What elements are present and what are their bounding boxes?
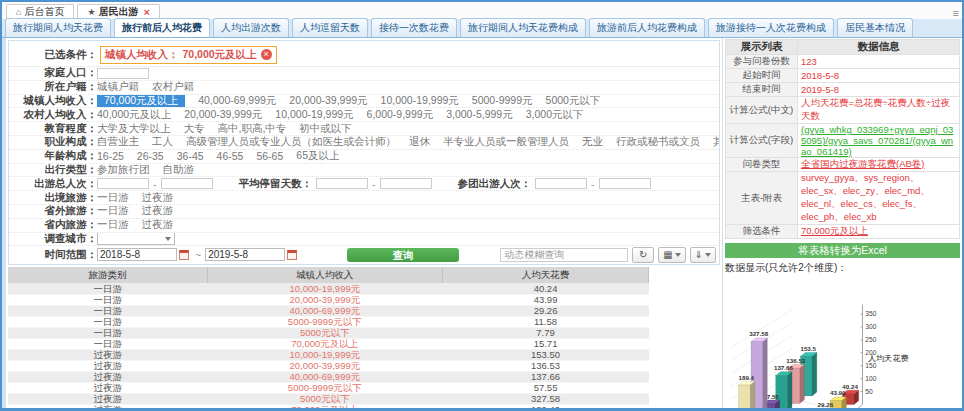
filter-option[interactable]: 16-25 xyxy=(97,150,124,162)
filter-option[interactable]: 过夜游 xyxy=(142,219,174,232)
filter-option[interactable]: 无业 xyxy=(582,136,603,149)
calendar-icon[interactable] xyxy=(179,250,189,260)
filter-option[interactable]: 56-65 xyxy=(256,150,283,162)
filter-option[interactable]: 65及以上 xyxy=(296,150,339,163)
export-button[interactable]: ⇓ xyxy=(690,247,716,263)
value-axis-tick-label: 100 xyxy=(865,375,876,382)
filter-row: 出游总人次：-平均停留天数：-参团出游人次：- xyxy=(9,177,719,191)
date-to-input[interactable] xyxy=(205,248,285,261)
family-size-input[interactable] xyxy=(97,68,149,79)
filter-option[interactable]: 6,000-9,999元 xyxy=(367,108,434,121)
filter-option[interactable]: 其他 xyxy=(713,136,719,149)
filter-option[interactable]: 26-35 xyxy=(137,150,164,162)
filter-option[interactable]: 过夜游 xyxy=(142,191,174,204)
filter-option[interactable]: 一日游 xyxy=(97,191,129,204)
filter-option[interactable]: 40,000元及以上 xyxy=(97,108,171,121)
nav-tab-0[interactable]: 旅行期间人均天花费 xyxy=(5,18,111,37)
filter-option[interactable]: 工人 xyxy=(152,136,173,149)
info-row-label: 参与问卷份数 xyxy=(726,55,798,69)
filter-option[interactable]: 退休 xyxy=(409,136,430,149)
nav-tab-1[interactable]: 旅行前后人均花费 xyxy=(114,18,210,37)
filter-option[interactable]: 46-55 xyxy=(217,150,244,162)
refresh-button[interactable]: ↻ xyxy=(632,247,654,263)
filter-option[interactable]: 城镇户籍 xyxy=(97,81,139,94)
nav-tab-2[interactable]: 人均出游次数 xyxy=(213,18,289,37)
filter-option-selected[interactable]: 70,000元及以上 xyxy=(97,95,185,108)
filter-row-label: 城镇人均收入： xyxy=(9,95,97,108)
filter-options: 大学及大学以上大专高中,职高,中专初中或以下 xyxy=(97,122,352,135)
filter-option[interactable]: 一日游 xyxy=(97,219,129,232)
table-cell: 一日游 xyxy=(8,305,207,316)
columns-button[interactable]: ▦ xyxy=(658,247,685,263)
range-max-input[interactable] xyxy=(161,178,213,189)
filter-option[interactable]: 5000-9999元 xyxy=(472,95,533,108)
table-row: 一日游40,000-69,999元29.26 xyxy=(8,305,720,316)
table-row: 过夜游10,000-19,999元153.50 xyxy=(8,349,720,360)
date-from-input[interactable] xyxy=(97,248,177,261)
query-button[interactable]: 查询 xyxy=(347,248,459,262)
filter-option[interactable]: 大专 xyxy=(184,122,205,135)
filter-option[interactable]: 3,000元以下 xyxy=(526,108,584,121)
filter-option[interactable]: 36-45 xyxy=(177,150,204,162)
remove-condition-icon[interactable]: × xyxy=(261,49,272,60)
filter-option[interactable]: 20,000-39,999元 xyxy=(184,108,262,121)
range-max-input[interactable] xyxy=(380,178,432,189)
filter-option[interactable]: 行政或秘书或文员 xyxy=(616,136,700,149)
filter-row: 所在户籍：城镇户籍农村户籍 xyxy=(9,81,719,95)
city-select[interactable] xyxy=(97,233,175,246)
filter-option[interactable]: 40,000-69,999元 xyxy=(198,95,276,108)
filter-option[interactable]: 10,000-19,999元 xyxy=(275,108,353,121)
filter-row: 教育程度：大学及大学以上大专高中,职高,中专初中或以下 xyxy=(9,122,719,136)
filter-option[interactable]: 自营业主 xyxy=(97,136,139,149)
bar-side xyxy=(787,372,792,408)
filter-option[interactable]: 自助游 xyxy=(163,164,195,177)
nav-tab-5[interactable]: 旅行期间人均天花费构成 xyxy=(460,18,586,37)
filter-option[interactable]: 3,000-5,999元 xyxy=(446,108,513,121)
condition-value: 70,000元及以上 xyxy=(183,48,257,62)
table-cell-blank xyxy=(649,349,720,360)
nav-tab-7[interactable]: 旅游接待一人次花费构成 xyxy=(708,18,834,37)
table-cell: 43.99 xyxy=(442,294,648,305)
right-panel: 展示列表 数据信息 参与问卷份数123起始时间2018-5-8结束时间2019-… xyxy=(722,38,962,408)
search-input[interactable] xyxy=(500,248,628,262)
info-row-label: 计算公式(字段) xyxy=(726,124,798,158)
filter-option[interactable]: 参加旅行团 xyxy=(97,164,150,177)
app-window: ⌂ 后台首页 ★ 居民出游 × ≡ 旅行期间人均天花费旅行前后人均花费人均出游次… xyxy=(0,0,964,411)
info-row-value: survey_gyya、sys_region、elec_sx、elec_zy、e… xyxy=(798,172,960,225)
range-max-input[interactable] xyxy=(599,178,651,189)
value-axis-tick-label: 250 xyxy=(865,336,876,343)
filter-option[interactable]: 高中,职高,中专 xyxy=(218,122,287,135)
filter-row-label: 出行类型： xyxy=(9,164,97,177)
close-icon[interactable]: × xyxy=(144,7,150,17)
range-min-input[interactable] xyxy=(535,178,587,189)
filter-option[interactable]: 半专业人员或一般管理人员 xyxy=(443,136,569,149)
nav-tab-3[interactable]: 人均逗留天数 xyxy=(292,18,368,37)
chevron-down-icon xyxy=(675,253,681,260)
range-dash: - xyxy=(591,178,595,190)
table-row: 一日游20,000-39,999元43.99 xyxy=(8,294,720,305)
filter-option[interactable]: 过夜游 xyxy=(142,205,174,218)
nav-tab-4[interactable]: 接待一次数花费 xyxy=(371,18,457,37)
left-panel: 已选条件： 城镇人均收入：70,000元及以上 × 家庭人口：所在户籍：城镇户籍… xyxy=(6,38,722,408)
filter-option[interactable]: 农村户籍 xyxy=(152,81,194,94)
export-excel-button[interactable]: 将表格转换为Excel xyxy=(725,243,960,258)
range-min-input[interactable] xyxy=(316,178,368,189)
filter-option[interactable]: 5000元以下 xyxy=(546,95,601,108)
table-cell-blank xyxy=(649,371,720,382)
filter-option[interactable]: 10,000-19,999元 xyxy=(381,95,459,108)
window-tab-home[interactable]: ⌂ 后台首页 xyxy=(6,4,74,19)
selected-condition-tag[interactable]: 城镇人均收入：70,000元及以上 × xyxy=(100,46,277,64)
info-row-value: 123 xyxy=(798,55,960,69)
filter-option[interactable]: 初中或以下 xyxy=(299,122,352,135)
calendar-icon[interactable] xyxy=(287,250,297,260)
filter-option[interactable]: 高级管理人员或专业人员（如医生或会计师） xyxy=(186,136,396,149)
table-cell: 一日游 xyxy=(8,283,207,294)
nav-tab-8[interactable]: 居民基本情况 xyxy=(837,18,913,37)
filter-option[interactable]: 20,000-39,999元 xyxy=(289,95,367,108)
filter-option[interactable]: 一日游 xyxy=(97,205,129,218)
window-tab-residents[interactable]: ★ 居民出游 × xyxy=(77,4,160,19)
nav-tab-6[interactable]: 旅游前后人均花费构成 xyxy=(589,18,705,37)
filter-option[interactable]: 大学及大学以上 xyxy=(97,122,171,135)
range-min-input[interactable] xyxy=(97,178,149,189)
menu-icon[interactable]: ≡ xyxy=(953,7,959,19)
